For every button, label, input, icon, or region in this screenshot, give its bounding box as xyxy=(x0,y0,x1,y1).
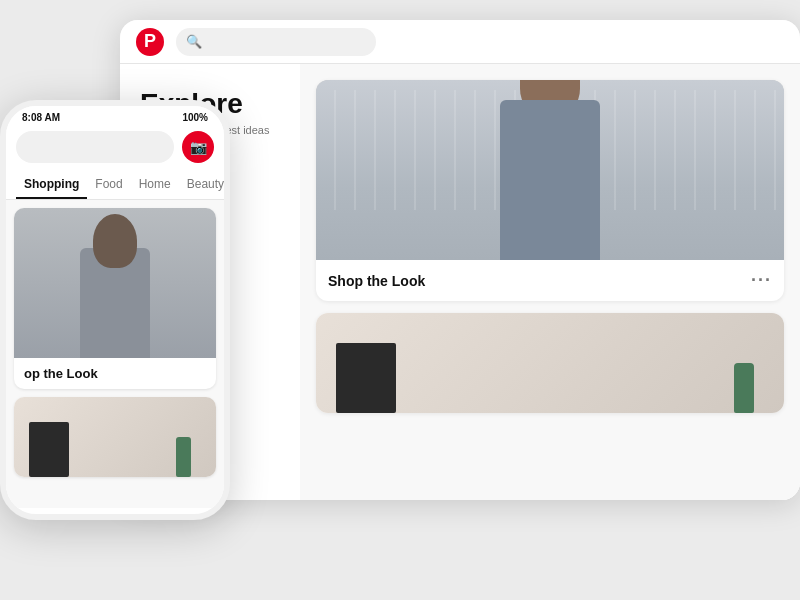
pin-info-1: Shop the Look ··· xyxy=(316,260,784,301)
person-body xyxy=(500,100,600,260)
pin-image-2 xyxy=(316,313,784,413)
vase-decor xyxy=(734,363,754,413)
phone-tab-home[interactable]: Home xyxy=(131,171,179,199)
camera-button[interactable]: 📷 xyxy=(182,131,214,163)
phone-tab-food[interactable]: Food xyxy=(87,171,130,199)
pin-image-1 xyxy=(316,80,784,260)
phone-status-bar: 8:08 AM 100% xyxy=(6,106,224,127)
phone-furniture xyxy=(29,422,69,477)
camera-icon: 📷 xyxy=(190,139,207,155)
phone-content: op the Look xyxy=(6,200,224,508)
phone-vase xyxy=(176,437,191,477)
logo-letter: P xyxy=(144,31,156,52)
phone-time: 8:08 AM xyxy=(22,112,60,123)
phone-tab-shopping[interactable]: Shopping xyxy=(16,171,87,199)
furniture-decor xyxy=(336,343,396,413)
phone-battery: 100% xyxy=(182,112,208,123)
pin-card-2 xyxy=(316,313,784,413)
pinterest-logo[interactable]: P xyxy=(136,28,164,56)
phone-tab-beauty[interactable]: Beauty xyxy=(179,171,230,199)
phone-frame: 8:08 AM 100% 📷 Shopping Food Home Beauty… xyxy=(0,100,230,520)
main-content: Shop the Look ··· xyxy=(300,64,800,500)
phone-pin-title: op the Look xyxy=(14,358,216,389)
pin-more-btn[interactable]: ··· xyxy=(751,270,772,291)
phone-pin-2 xyxy=(14,397,216,477)
search-icon: 🔍 xyxy=(186,34,202,49)
phone-tabs: Shopping Food Home Beauty xyxy=(6,171,224,200)
phone-pin-image-2 xyxy=(14,397,216,477)
pin-title-1: Shop the Look xyxy=(328,273,425,289)
tablet-search-bar[interactable]: 🔍 xyxy=(176,28,376,56)
pin-card-1: Shop the Look ··· xyxy=(316,80,784,301)
phone-pin-image xyxy=(14,208,216,358)
phone-search-input[interactable] xyxy=(16,131,174,163)
phone-search-area: 📷 xyxy=(6,127,224,171)
tablet-top-bar: P 🔍 xyxy=(120,20,800,64)
phone-pin-1: op the Look xyxy=(14,208,216,389)
